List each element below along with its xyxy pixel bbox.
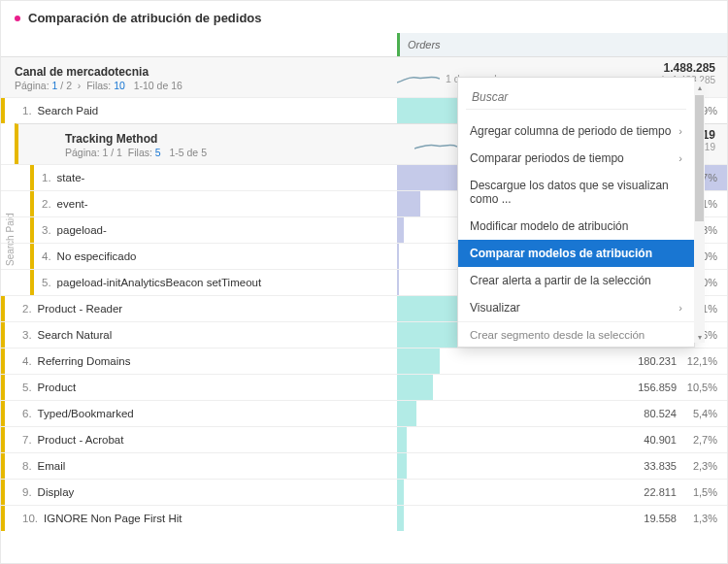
- metrics-header-row: Orders: [1, 33, 727, 56]
- menu-item-label: Crear alerta a partir de la selección: [470, 274, 651, 287]
- chevron-right-icon: ›: [678, 152, 682, 164]
- table-row[interactable]: 9.Display22.8111,5%: [1, 479, 727, 505]
- menu-search-input[interactable]: [466, 85, 686, 110]
- bar-fill: [397, 322, 460, 348]
- sparkline-icon: [397, 72, 440, 85]
- rows-link[interactable]: 10: [114, 80, 125, 91]
- scroll-thumb[interactable]: [695, 95, 704, 221]
- bar-fill: [397, 401, 416, 426]
- chevron-right-icon: ›: [678, 125, 682, 137]
- scroll-down-icon[interactable]: ▾: [694, 331, 705, 343]
- menu-item-label: Modificar modelo de atribución: [470, 219, 628, 233]
- table-row[interactable]: 10.IGNORE Non Page First Hit19.5581,3%: [1, 505, 727, 531]
- breadcrumb-separator-icon: ›: [75, 80, 83, 91]
- menu-item-label: Visualizar: [470, 301, 520, 315]
- menu-item-label: Agregar columna de periodo de tiempo: [470, 124, 671, 138]
- table-row[interactable]: 5.Product156.85910,5%: [1, 374, 727, 400]
- menu-item[interactable]: Crear alerta a partir de la selección: [458, 267, 694, 294]
- menu-item[interactable]: Descargue los datos que se visualizan co…: [458, 172, 694, 213]
- dimension-pagination: Página: 1 / 2 › Filas: 10 1-10 de 16: [15, 80, 397, 91]
- menu-item-label: Comparar periodos de tiempo: [470, 151, 624, 165]
- menu-item[interactable]: Modificar modelo de atribución: [458, 213, 694, 240]
- menu-scrollbar[interactable]: ▴ ▾: [694, 82, 705, 343]
- table-row[interactable]: 6.Typed/Bookmarked80.5245,4%: [1, 400, 727, 426]
- bar-fill: [397, 348, 440, 374]
- bar-fill: [397, 244, 399, 269]
- context-menu: Agregar columna de periodo de tiempo›Com…: [457, 77, 695, 348]
- bar-fill: [397, 191, 420, 216]
- bar-fill: [397, 453, 407, 479]
- menu-item[interactable]: Comparar modelos de atribución: [458, 240, 694, 267]
- panel-color-dot-icon: [15, 16, 20, 21]
- panel-title-text: Comparación de atribución de pedidos: [28, 11, 262, 25]
- menu-item-label: Descargue los datos que se visualizan co…: [470, 179, 682, 206]
- orders-column-header[interactable]: Orders: [397, 33, 727, 56]
- table-row[interactable]: 4.Referring Domains180.23112,1%: [1, 348, 727, 374]
- menu-item-label: Comparar modelos de atribución: [470, 247, 652, 260]
- menu-item-truncated[interactable]: Crear segmento desde la selección: [458, 321, 694, 343]
- dimension-pagination: Página: 1 / 1 Filas: 5 1-5 de 5: [65, 147, 414, 158]
- menu-item[interactable]: Agregar columna de periodo de tiempo›: [458, 117, 694, 145]
- table-row[interactable]: 7.Product - Acrobat40.9012,7%: [1, 426, 727, 452]
- bar-fill: [397, 506, 404, 531]
- table-row[interactable]: 8.Email33.8352,3%: [1, 452, 727, 479]
- menu-item[interactable]: Visualizar›: [458, 294, 694, 321]
- bar-fill: [397, 270, 399, 295]
- bar-fill: [397, 217, 404, 243]
- bar-fill: [397, 296, 463, 321]
- dimension-title: Canal de mercadotecnia: [15, 65, 397, 79]
- sparkline-icon: [414, 139, 457, 152]
- bar-fill: [397, 375, 433, 400]
- menu-item[interactable]: Comparar periodos de tiempo›: [458, 145, 694, 172]
- panel-header: Comparación de atribución de pedidos: [1, 1, 727, 33]
- chevron-right-icon: ›: [678, 302, 682, 314]
- rows-link[interactable]: 5: [155, 147, 161, 158]
- bar-fill: [397, 427, 407, 452]
- scroll-up-icon[interactable]: ▴: [694, 82, 705, 93]
- dimension-title: Tracking Method: [65, 132, 414, 146]
- attribution-panel: Comparación de atribución de pedidos Ord…: [0, 0, 728, 564]
- bar-fill: [397, 480, 404, 505]
